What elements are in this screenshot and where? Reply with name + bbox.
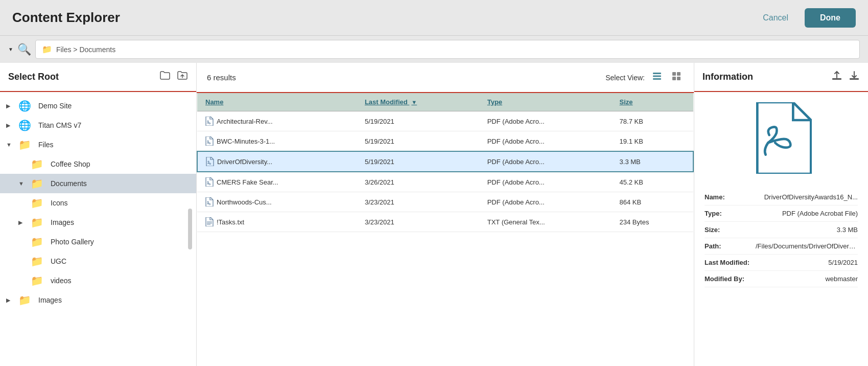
table-row[interactable]: !Tasks.txt 3/23/2021 TXT (General Tex...… [197,212,693,232]
file-size-cell: 864 KB [612,192,693,212]
info-preview [694,92,868,184]
info-field-value: PDF (Adobe Acrobat File) [782,210,858,217]
file-modified-cell: 3/23/2021 [357,212,479,232]
tree-item-label: Demo Site [38,102,72,110]
sidebar-item-photo-gallery[interactable]: 📁Photo Gallery [0,232,196,251]
table-row[interactable]: DriverOfDiversity... 5/19/2021 PDF (Adob… [197,151,693,172]
pdf-preview-icon [750,102,812,174]
globe-icon: 🌐 [18,119,31,131]
col-size[interactable]: Size [612,93,693,111]
file-name-cell: Architectural-Rev... [197,111,357,131]
folder-icon: 📁 [31,274,43,287]
svg-rect-3 [672,72,676,76]
file-size-cell: 78.7 KB [612,111,693,131]
results-count: 6 results [207,73,236,82]
svg-rect-10 [832,78,841,80]
sidebar-title: Select Root [8,72,59,82]
file-type-cell: PDF (Adobe Acro... [479,172,612,192]
info-panel: Information [694,63,868,366]
done-button[interactable]: Done [805,8,856,28]
file-size-cell: 19.1 KB [612,131,693,152]
expand-arrow-icon: ▼ [6,142,14,148]
tree-item-label: Photo Gallery [51,238,94,246]
info-upload-button[interactable] [831,70,842,84]
tree-item-label: videos [51,277,71,285]
view-select: Select View: [605,70,684,85]
info-field-label: Name: [705,193,725,201]
svg-rect-4 [677,72,681,76]
globe-icon: 🌐 [18,100,31,112]
folder-icon: 📁 [42,44,52,54]
new-folder-button[interactable] [159,70,171,84]
tree-item-label: Coffee Shop [51,160,90,168]
view-label: Select View: [605,74,645,82]
file-modified-cell: 3/23/2021 [357,192,479,212]
info-field-value: webmaster [825,275,858,283]
expand-arrow-icon: ▶ [6,122,14,129]
upload-button[interactable] [177,70,188,84]
table-row[interactable]: BWC-Minutes-3-1... 5/19/2021 PDF (Adobe … [197,131,693,152]
table-row[interactable]: CMERS Fake Sear... 3/26/2021 PDF (Adobe … [197,172,693,192]
sidebar-item-images2[interactable]: ▶📁Images [0,290,196,310]
file-name-cell: DriverOfDiversity... [197,151,357,172]
sidebar-item-icons[interactable]: 📁Icons [0,193,196,213]
search-icon[interactable]: 🔍 [17,43,31,56]
info-row: Size:3.3 MB [705,222,858,238]
folder-icon: 📁 [31,216,43,228]
sidebar-item-images[interactable]: ▶📁Images [0,213,196,232]
sidebar-item-files[interactable]: ▼📁Files [0,135,196,154]
info-header: Information [694,63,868,92]
file-name-cell: !Tasks.txt [197,212,357,232]
sidebar-actions [159,70,188,84]
file-table-container: Name Last Modified ▼ Type Size Architect… [197,93,694,366]
info-title: Information [702,72,753,82]
info-field-value: /Files/Documents/DriverOfDivers... [756,242,858,250]
table-header-row: Name Last Modified ▼ Type Size [197,93,693,111]
file-modified-cell: 3/26/2021 [357,172,479,192]
sidebar-item-videos[interactable]: 📁videos [0,271,196,290]
info-row: Path:/Files/Documents/DriverOfDivers... [705,238,858,255]
tree-item-label: Images [51,218,74,226]
col-modified[interactable]: Last Modified ▼ [357,93,479,111]
svg-rect-11 [850,78,859,80]
cancel-button[interactable]: Cancel [755,9,796,27]
expand-arrow-icon: ▶ [18,219,27,226]
expand-arrow-icon: ▶ [6,297,14,304]
file-modified-cell: 5/19/2021 [357,111,479,131]
table-row[interactable]: Architectural-Rev... 5/19/2021 PDF (Adob… [197,111,693,131]
scrollbar-thumb[interactable] [188,209,192,249]
table-row[interactable]: Northwoods-Cus... 3/23/2021 PDF (Adobe A… [197,192,693,212]
svg-rect-6 [677,77,681,80]
folder-icon: 📁 [31,236,43,248]
file-name-cell: Northwoods-Cus... [197,192,357,212]
info-field-label: Last Modified: [705,259,749,266]
app-title: Content Explorer [12,10,120,26]
file-type-cell: PDF (Adobe Acro... [479,131,612,152]
sidebar-item-demo-site[interactable]: ▶🌐Demo Site [0,96,196,116]
info-download-button[interactable] [849,70,860,84]
sidebar-item-documents[interactable]: ▼📁Documents [0,174,196,193]
info-row: Name:DriverOfDiversityAwards16_N... [705,189,858,205]
col-type[interactable]: Type [479,93,612,111]
breadcrumb-path[interactable]: 📁 Files > Documents [35,40,860,59]
col-name[interactable]: Name [197,93,357,111]
folder-icon: 📁 [31,255,43,267]
sidebar-item-titan-cms[interactable]: ▶🌐Titan CMS v7 [0,116,196,135]
sidebar-item-ugc[interactable]: 📁UGC [0,251,196,271]
info-field-value: 3.3 MB [837,226,858,234]
header-actions: Cancel Done [755,8,856,28]
file-name-cell: BWC-Minutes-3-1... [197,131,357,152]
list-view-button[interactable] [650,70,664,85]
folder-icon: 📁 [18,139,31,151]
file-list-panel: 6 results Select View: Name [197,63,694,366]
grid-view-button[interactable] [669,70,684,85]
tree-item-label: Titan CMS v7 [38,121,81,129]
tree-item-label: Images [38,296,62,304]
search-dropdown[interactable]: ▼ [8,47,13,52]
file-size-cell: 234 Bytes [612,212,693,232]
header: Content Explorer Cancel Done [0,0,868,36]
sidebar-item-coffee-shop[interactable]: 📁Coffee Shop [0,154,196,174]
info-row: Last Modified:5/19/2021 [705,255,858,271]
file-size-cell: 3.3 MB [612,151,693,172]
dropdown-arrow-icon: ▼ [8,47,13,52]
